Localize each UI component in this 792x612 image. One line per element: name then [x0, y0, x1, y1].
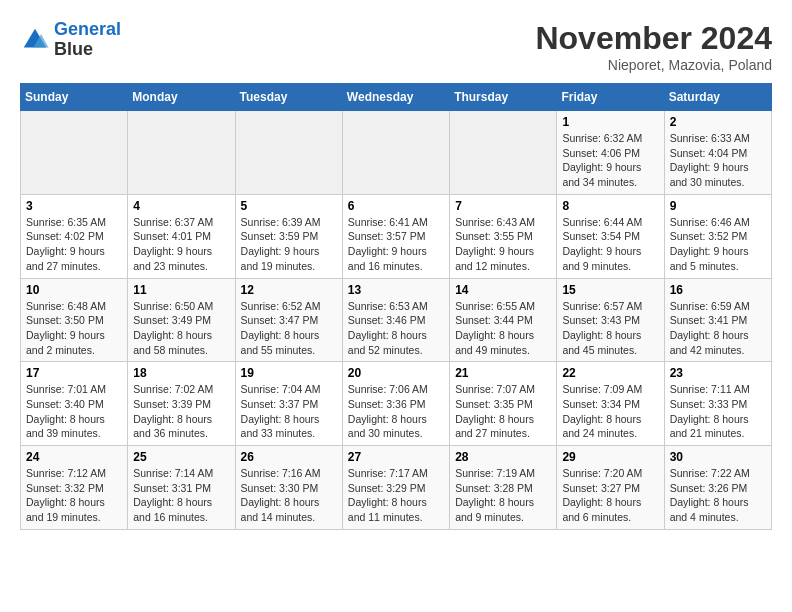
- day-info: Sunrise: 6:55 AM Sunset: 3:44 PM Dayligh…: [455, 299, 551, 358]
- day-info: Sunrise: 7:16 AM Sunset: 3:30 PM Dayligh…: [241, 466, 337, 525]
- day-number: 3: [26, 199, 122, 213]
- calendar-cell: [235, 111, 342, 195]
- day-info: Sunrise: 6:35 AM Sunset: 4:02 PM Dayligh…: [26, 215, 122, 274]
- calendar-cell: 13Sunrise: 6:53 AM Sunset: 3:46 PM Dayli…: [342, 278, 449, 362]
- calendar-cell: 21Sunrise: 7:07 AM Sunset: 3:35 PM Dayli…: [450, 362, 557, 446]
- day-number: 23: [670, 366, 766, 380]
- day-number: 21: [455, 366, 551, 380]
- logo: General Blue: [20, 20, 121, 60]
- day-info: Sunrise: 6:46 AM Sunset: 3:52 PM Dayligh…: [670, 215, 766, 274]
- day-info: Sunrise: 6:52 AM Sunset: 3:47 PM Dayligh…: [241, 299, 337, 358]
- calendar-cell: 27Sunrise: 7:17 AM Sunset: 3:29 PM Dayli…: [342, 446, 449, 530]
- weekday-header: Sunday: [21, 84, 128, 111]
- day-number: 12: [241, 283, 337, 297]
- day-number: 19: [241, 366, 337, 380]
- day-info: Sunrise: 7:04 AM Sunset: 3:37 PM Dayligh…: [241, 382, 337, 441]
- day-info: Sunrise: 6:57 AM Sunset: 3:43 PM Dayligh…: [562, 299, 658, 358]
- calendar-cell: [342, 111, 449, 195]
- weekday-header: Friday: [557, 84, 664, 111]
- day-info: Sunrise: 7:11 AM Sunset: 3:33 PM Dayligh…: [670, 382, 766, 441]
- calendar-cell: 7Sunrise: 6:43 AM Sunset: 3:55 PM Daylig…: [450, 194, 557, 278]
- calendar-cell: 18Sunrise: 7:02 AM Sunset: 3:39 PM Dayli…: [128, 362, 235, 446]
- calendar-cell: [450, 111, 557, 195]
- calendar-cell: 29Sunrise: 7:20 AM Sunset: 3:27 PM Dayli…: [557, 446, 664, 530]
- day-number: 9: [670, 199, 766, 213]
- calendar-cell: 9Sunrise: 6:46 AM Sunset: 3:52 PM Daylig…: [664, 194, 771, 278]
- day-number: 2: [670, 115, 766, 129]
- day-info: Sunrise: 6:59 AM Sunset: 3:41 PM Dayligh…: [670, 299, 766, 358]
- calendar-cell: 30Sunrise: 7:22 AM Sunset: 3:26 PM Dayli…: [664, 446, 771, 530]
- day-number: 4: [133, 199, 229, 213]
- day-info: Sunrise: 7:06 AM Sunset: 3:36 PM Dayligh…: [348, 382, 444, 441]
- day-info: Sunrise: 6:44 AM Sunset: 3:54 PM Dayligh…: [562, 215, 658, 274]
- day-info: Sunrise: 6:33 AM Sunset: 4:04 PM Dayligh…: [670, 131, 766, 190]
- calendar-week-row: 24Sunrise: 7:12 AM Sunset: 3:32 PM Dayli…: [21, 446, 772, 530]
- day-info: Sunrise: 6:39 AM Sunset: 3:59 PM Dayligh…: [241, 215, 337, 274]
- calendar-cell: 19Sunrise: 7:04 AM Sunset: 3:37 PM Dayli…: [235, 362, 342, 446]
- day-number: 10: [26, 283, 122, 297]
- calendar-cell: 2Sunrise: 6:33 AM Sunset: 4:04 PM Daylig…: [664, 111, 771, 195]
- calendar-cell: 24Sunrise: 7:12 AM Sunset: 3:32 PM Dayli…: [21, 446, 128, 530]
- calendar-week-row: 10Sunrise: 6:48 AM Sunset: 3:50 PM Dayli…: [21, 278, 772, 362]
- calendar-cell: 15Sunrise: 6:57 AM Sunset: 3:43 PM Dayli…: [557, 278, 664, 362]
- day-info: Sunrise: 7:14 AM Sunset: 3:31 PM Dayligh…: [133, 466, 229, 525]
- weekday-header: Thursday: [450, 84, 557, 111]
- day-number: 25: [133, 450, 229, 464]
- day-info: Sunrise: 6:41 AM Sunset: 3:57 PM Dayligh…: [348, 215, 444, 274]
- weekday-header: Saturday: [664, 84, 771, 111]
- calendar-cell: 26Sunrise: 7:16 AM Sunset: 3:30 PM Dayli…: [235, 446, 342, 530]
- day-info: Sunrise: 6:43 AM Sunset: 3:55 PM Dayligh…: [455, 215, 551, 274]
- day-info: Sunrise: 6:53 AM Sunset: 3:46 PM Dayligh…: [348, 299, 444, 358]
- day-info: Sunrise: 7:02 AM Sunset: 3:39 PM Dayligh…: [133, 382, 229, 441]
- page-header: General Blue November 2024 Nieporet, Maz…: [20, 20, 772, 73]
- day-number: 8: [562, 199, 658, 213]
- calendar-cell: 12Sunrise: 6:52 AM Sunset: 3:47 PM Dayli…: [235, 278, 342, 362]
- calendar-cell: 14Sunrise: 6:55 AM Sunset: 3:44 PM Dayli…: [450, 278, 557, 362]
- weekday-header: Wednesday: [342, 84, 449, 111]
- day-number: 17: [26, 366, 122, 380]
- weekday-header: Monday: [128, 84, 235, 111]
- calendar-cell: 8Sunrise: 6:44 AM Sunset: 3:54 PM Daylig…: [557, 194, 664, 278]
- day-number: 30: [670, 450, 766, 464]
- day-number: 1: [562, 115, 658, 129]
- day-info: Sunrise: 7:19 AM Sunset: 3:28 PM Dayligh…: [455, 466, 551, 525]
- calendar-cell: 6Sunrise: 6:41 AM Sunset: 3:57 PM Daylig…: [342, 194, 449, 278]
- calendar-cell: 10Sunrise: 6:48 AM Sunset: 3:50 PM Dayli…: [21, 278, 128, 362]
- location-title: Nieporet, Mazovia, Poland: [535, 57, 772, 73]
- calendar-week-row: 1Sunrise: 6:32 AM Sunset: 4:06 PM Daylig…: [21, 111, 772, 195]
- day-info: Sunrise: 6:37 AM Sunset: 4:01 PM Dayligh…: [133, 215, 229, 274]
- calendar-cell: 17Sunrise: 7:01 AM Sunset: 3:40 PM Dayli…: [21, 362, 128, 446]
- day-info: Sunrise: 6:50 AM Sunset: 3:49 PM Dayligh…: [133, 299, 229, 358]
- calendar-cell: 11Sunrise: 6:50 AM Sunset: 3:49 PM Dayli…: [128, 278, 235, 362]
- calendar-cell: 20Sunrise: 7:06 AM Sunset: 3:36 PM Dayli…: [342, 362, 449, 446]
- day-info: Sunrise: 7:09 AM Sunset: 3:34 PM Dayligh…: [562, 382, 658, 441]
- day-info: Sunrise: 7:17 AM Sunset: 3:29 PM Dayligh…: [348, 466, 444, 525]
- logo-icon: [20, 25, 50, 55]
- calendar-cell: 5Sunrise: 6:39 AM Sunset: 3:59 PM Daylig…: [235, 194, 342, 278]
- day-number: 14: [455, 283, 551, 297]
- month-title: November 2024: [535, 20, 772, 57]
- day-info: Sunrise: 6:32 AM Sunset: 4:06 PM Dayligh…: [562, 131, 658, 190]
- title-block: November 2024 Nieporet, Mazovia, Poland: [535, 20, 772, 73]
- day-number: 22: [562, 366, 658, 380]
- day-number: 15: [562, 283, 658, 297]
- day-number: 18: [133, 366, 229, 380]
- day-number: 26: [241, 450, 337, 464]
- day-number: 20: [348, 366, 444, 380]
- day-number: 29: [562, 450, 658, 464]
- calendar-cell: 1Sunrise: 6:32 AM Sunset: 4:06 PM Daylig…: [557, 111, 664, 195]
- day-info: Sunrise: 7:07 AM Sunset: 3:35 PM Dayligh…: [455, 382, 551, 441]
- day-info: Sunrise: 7:20 AM Sunset: 3:27 PM Dayligh…: [562, 466, 658, 525]
- day-number: 6: [348, 199, 444, 213]
- calendar-cell: 3Sunrise: 6:35 AM Sunset: 4:02 PM Daylig…: [21, 194, 128, 278]
- calendar-cell: [128, 111, 235, 195]
- logo-text: General Blue: [54, 20, 121, 60]
- calendar-header-row: SundayMondayTuesdayWednesdayThursdayFrid…: [21, 84, 772, 111]
- day-number: 24: [26, 450, 122, 464]
- calendar-cell: 22Sunrise: 7:09 AM Sunset: 3:34 PM Dayli…: [557, 362, 664, 446]
- day-info: Sunrise: 6:48 AM Sunset: 3:50 PM Dayligh…: [26, 299, 122, 358]
- day-number: 28: [455, 450, 551, 464]
- calendar-week-row: 3Sunrise: 6:35 AM Sunset: 4:02 PM Daylig…: [21, 194, 772, 278]
- day-info: Sunrise: 7:12 AM Sunset: 3:32 PM Dayligh…: [26, 466, 122, 525]
- day-info: Sunrise: 7:22 AM Sunset: 3:26 PM Dayligh…: [670, 466, 766, 525]
